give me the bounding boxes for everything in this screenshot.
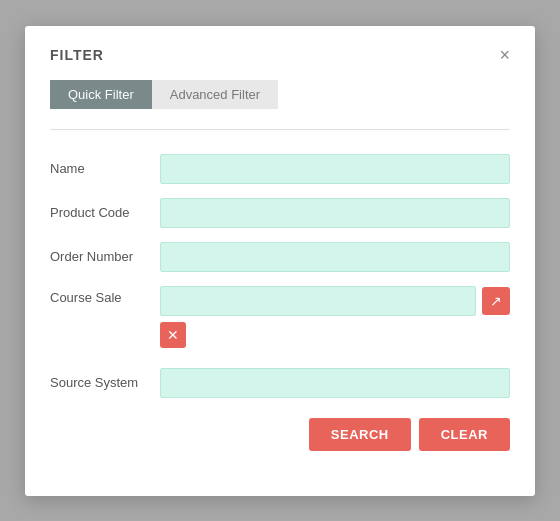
form-row-source-system: Source System <box>50 368 510 398</box>
filter-modal: FILTER × Quick Filter Advanced Filter Na… <box>25 26 535 496</box>
remove-icon: ✕ <box>167 327 179 343</box>
tab-quick-filter[interactable]: Quick Filter <box>50 80 152 109</box>
input-source-system[interactable] <box>160 368 510 398</box>
close-button[interactable]: × <box>499 46 510 64</box>
input-product-code[interactable] <box>160 198 510 228</box>
modal-header: FILTER × <box>50 46 510 64</box>
label-source-system: Source System <box>50 375 160 390</box>
label-name: Name <box>50 161 160 176</box>
divider <box>50 129 510 130</box>
modal-overlay: FILTER × Quick Filter Advanced Filter Na… <box>0 0 560 521</box>
form-row-name: Name <box>50 154 510 184</box>
form-row-course-sale: Course Sale ↗ <box>50 286 510 316</box>
input-order-number[interactable] <box>160 242 510 272</box>
form-row-order-number: Order Number <box>50 242 510 272</box>
course-sale-arrow-button[interactable]: ↗ <box>482 287 510 315</box>
tab-advanced-filter[interactable]: Advanced Filter <box>152 80 278 109</box>
label-course-sale: Course Sale <box>50 286 160 305</box>
form-row-product-code: Product Code <box>50 198 510 228</box>
remove-row: ✕ <box>50 322 510 358</box>
modal-title: FILTER <box>50 47 104 63</box>
footer-row: SEARCH CLEAR <box>50 418 510 451</box>
input-name[interactable] <box>160 154 510 184</box>
label-order-number: Order Number <box>50 249 160 264</box>
course-sale-input-wrap: ↗ <box>160 286 510 316</box>
search-button[interactable]: SEARCH <box>309 418 411 451</box>
remove-button[interactable]: ✕ <box>160 322 186 348</box>
label-product-code: Product Code <box>50 205 160 220</box>
arrow-icon: ↗ <box>490 293 502 309</box>
clear-button[interactable]: CLEAR <box>419 418 510 451</box>
tab-row: Quick Filter Advanced Filter <box>50 80 510 109</box>
input-course-sale[interactable] <box>160 286 476 316</box>
